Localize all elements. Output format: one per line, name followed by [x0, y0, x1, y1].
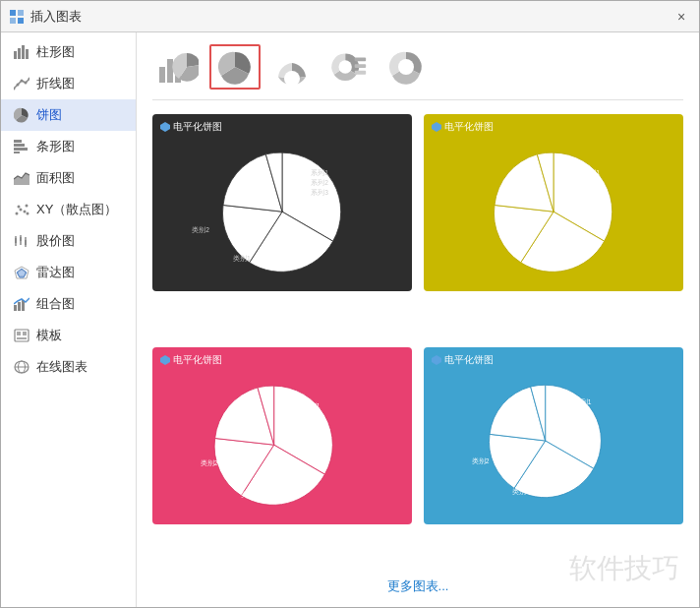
- svg-rect-39: [17, 337, 27, 339]
- chart-type-bar-donut[interactable]: [323, 44, 375, 90]
- svg-rect-13: [14, 140, 22, 143]
- sidebar: 柱形图 折线图: [1, 32, 137, 607]
- bar-chart-icon: [13, 43, 30, 61]
- svg-text:系列3: 系列3: [303, 421, 321, 428]
- radar-chart-icon: [13, 264, 30, 281]
- svg-marker-17: [14, 173, 29, 185]
- content-area: 柱形图 折线图: [1, 32, 699, 607]
- svg-text:系列3: 系列3: [574, 417, 592, 424]
- svg-rect-29: [25, 240, 27, 245]
- svg-rect-3: [18, 18, 24, 24]
- svg-rect-5: [18, 48, 21, 59]
- chart-card-1[interactable]: 电平化饼图 系列1 系列2 系列3: [152, 114, 412, 291]
- sidebar-item-bar[interactable]: 柱形图: [1, 36, 136, 68]
- svg-marker-68: [432, 355, 441, 365]
- svg-rect-44: [167, 59, 173, 83]
- svg-point-22: [26, 205, 29, 208]
- svg-text:系列2: 系列2: [303, 411, 321, 418]
- svg-text:系列1: 系列1: [303, 401, 321, 408]
- svg-rect-0: [10, 10, 16, 16]
- sidebar-label-bar: 柱形图: [36, 43, 75, 61]
- more-charts-link[interactable]: 更多图表...: [152, 578, 683, 595]
- template-icon: [13, 327, 30, 344]
- main-panel: 电平化饼图 系列1 系列2 系列3: [137, 32, 699, 607]
- svg-text:类别2: 类别2: [192, 226, 209, 233]
- scatter-chart-icon: [13, 201, 30, 218]
- chart-type-donut[interactable]: [380, 44, 432, 90]
- svg-marker-58: [432, 122, 441, 132]
- svg-rect-34: [18, 302, 21, 311]
- sidebar-item-combo[interactable]: 组合图: [1, 288, 136, 320]
- svg-text:类别2: 类别2: [472, 457, 490, 464]
- svg-rect-50: [355, 71, 366, 75]
- online-chart-icon: [13, 358, 30, 376]
- svg-text:系列2: 系列2: [582, 179, 600, 186]
- chart-card-3[interactable]: 电平化饼图 系列1 系列2 系列3 类别1: [152, 347, 412, 524]
- stripe-chart-icon: [13, 138, 30, 155]
- svg-text:系列1: 系列1: [582, 169, 600, 176]
- svg-point-51: [398, 59, 414, 75]
- svg-rect-14: [14, 144, 25, 147]
- svg-rect-6: [22, 45, 25, 59]
- chart-card-2-label: 电平化饼图: [432, 120, 494, 134]
- svg-point-18: [16, 213, 19, 215]
- sidebar-label-combo: 组合图: [36, 295, 75, 313]
- chart-type-bar-cluster[interactable]: [152, 44, 204, 90]
- sidebar-label-scatter: XY（散点图）: [36, 201, 117, 218]
- combo-chart-icon: [13, 295, 30, 313]
- sidebar-item-line[interactable]: 折线图: [1, 68, 136, 99]
- sidebar-label-pie: 饼图: [36, 106, 62, 124]
- sidebar-item-online[interactable]: 在线图表: [1, 351, 136, 383]
- svg-marker-32: [17, 269, 27, 277]
- chart-card-4-label: 电平化饼图: [432, 353, 494, 367]
- svg-point-11: [25, 82, 28, 85]
- chart-type-pie[interactable]: [209, 44, 261, 90]
- sidebar-item-stock[interactable]: 股价图: [1, 225, 136, 257]
- close-button[interactable]: ×: [671, 7, 691, 27]
- sidebar-label-stripe: 条形图: [36, 138, 75, 155]
- svg-rect-2: [10, 18, 16, 24]
- stock-chart-icon: [13, 232, 30, 250]
- svg-rect-43: [159, 67, 165, 83]
- svg-point-10: [21, 80, 24, 83]
- sidebar-item-pie[interactable]: 饼图: [1, 99, 136, 131]
- svg-point-20: [18, 206, 21, 209]
- sidebar-item-radar[interactable]: 雷达图: [1, 257, 136, 288]
- svg-point-21: [24, 211, 27, 213]
- sidebar-item-area[interactable]: 面积图: [1, 162, 136, 194]
- svg-text:类别2: 类别2: [201, 459, 218, 466]
- chart-card-2[interactable]: 电平化饼图 系列1 系列2 系列3: [424, 114, 683, 291]
- svg-rect-4: [14, 51, 17, 59]
- sidebar-label-stock: 股价图: [36, 232, 75, 250]
- svg-marker-62: [160, 355, 170, 365]
- sidebar-label-radar: 雷达图: [36, 264, 75, 281]
- svg-rect-38: [23, 332, 27, 335]
- sidebar-item-scatter[interactable]: XY（散点图）: [1, 194, 136, 225]
- title-bar: 插入图表 ×: [1, 1, 699, 32]
- svg-point-47: [339, 60, 352, 73]
- chart-type-half-donut[interactable]: [266, 44, 318, 90]
- svg-rect-33: [14, 305, 17, 311]
- sidebar-item-stripe[interactable]: 条形图: [1, 131, 136, 162]
- sidebar-item-template[interactable]: 模板: [1, 320, 136, 351]
- svg-rect-25: [15, 238, 17, 243]
- line-chart-icon: [13, 75, 30, 92]
- svg-text:类别1: 类别1: [233, 255, 251, 262]
- svg-rect-27: [20, 237, 22, 241]
- svg-rect-15: [14, 148, 28, 151]
- chart-type-bar: [152, 44, 683, 100]
- svg-point-19: [20, 209, 23, 212]
- svg-text:系列1: 系列1: [574, 397, 592, 404]
- svg-text:系列1: 系列1: [311, 169, 328, 176]
- window-icon: [9, 9, 25, 25]
- svg-rect-49: [355, 64, 366, 68]
- chart-card-1-label: 电平化饼图: [160, 120, 222, 134]
- svg-rect-37: [17, 332, 21, 335]
- chart-card-4[interactable]: 电平化饼图 系列1 系列2 系列3 类别1: [424, 347, 683, 524]
- sidebar-label-online: 在线图表: [36, 358, 88, 376]
- chart-card-3-label: 电平化饼图: [160, 353, 222, 367]
- sidebar-label-template: 模板: [36, 327, 62, 344]
- svg-rect-7: [26, 49, 29, 59]
- svg-text:系列2: 系列2: [574, 407, 592, 414]
- svg-marker-52: [160, 122, 170, 132]
